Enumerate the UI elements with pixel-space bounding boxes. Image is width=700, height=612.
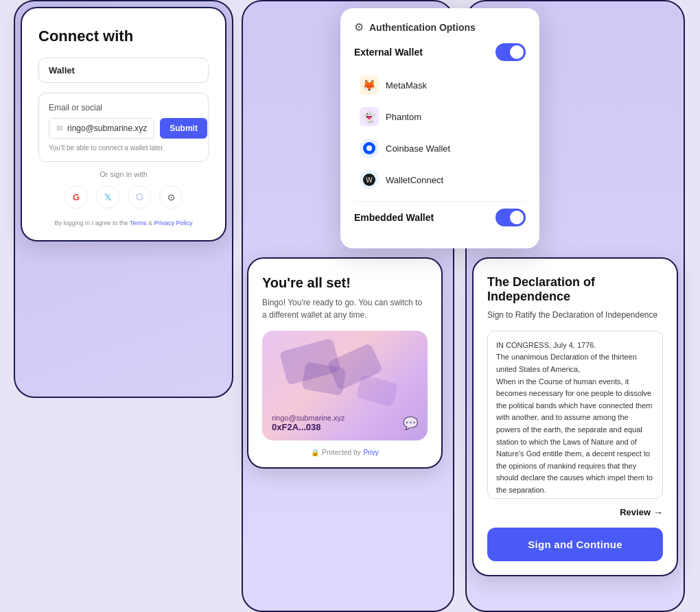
auth-divider xyxy=(354,201,526,202)
metamask-label: MetaMask xyxy=(386,80,427,91)
external-wallet-toggle[interactable] xyxy=(495,43,526,61)
email-input-row: ✉ ringo@submarine.xyz Submit xyxy=(49,118,198,139)
declaration-title: The Declaration of Independence xyxy=(487,275,663,304)
embedded-wallet-label: Embedded Wallet xyxy=(354,212,434,223)
walletconnect-option[interactable]: W WalletConnect xyxy=(354,165,526,194)
email-section: Email or social ✉ ringo@submarine.xyz Su… xyxy=(38,93,209,162)
github-icon[interactable]: ⊙ xyxy=(159,185,183,209)
declaration-card: The Declaration of Independence Sign to … xyxy=(472,257,678,576)
metamask-icon: 🦊 xyxy=(360,75,379,95)
message-icon: 💬 xyxy=(403,416,418,431)
email-label: Email or social xyxy=(49,103,198,113)
declaration-subtitle: Sign to Ratify the Declaration of Indepe… xyxy=(487,309,663,321)
email-icon: ✉ xyxy=(56,123,63,133)
wallet-card-footer: ringo@submarine.xyz 0xF2A...038 💬 xyxy=(272,414,418,432)
phantom-icon: 👻 xyxy=(360,107,379,126)
discord-icon[interactable]: ⬡ xyxy=(128,185,151,209)
protected-by-text: 🔒 Protected by Privy xyxy=(262,449,428,456)
or-divider: Or sign in with xyxy=(38,170,209,178)
privacy-link[interactable]: Privacy Policy xyxy=(154,220,192,226)
auth-options-card: ⚙ Authentication Options External Wallet… xyxy=(340,8,539,248)
auth-header: ⚙ Authentication Options xyxy=(354,21,526,34)
email-value: ringo@submarine.xyz xyxy=(67,123,147,133)
email-input[interactable]: ✉ ringo@submarine.xyz xyxy=(49,118,154,139)
external-wallet-row: External Wallet xyxy=(354,43,526,61)
coinbase-label: Coinbase Wallet xyxy=(386,143,450,154)
external-wallet-label: External Wallet xyxy=(354,47,423,58)
privy-link[interactable]: Privy xyxy=(363,449,378,456)
allset-title: You're all set! xyxy=(262,275,428,291)
coinbase-option[interactable]: Coinbase Wallet xyxy=(354,134,526,163)
social-icons-row: G 𝕏 ⬡ ⊙ xyxy=(38,185,209,209)
svg-text:W: W xyxy=(366,176,373,184)
embedded-wallet-toggle[interactable] xyxy=(495,209,526,226)
gear-icon: ⚙ xyxy=(354,21,364,34)
sign-continue-button[interactable]: Sign and Continue xyxy=(487,528,663,561)
wallet-card-info: ringo@submarine.xyz 0xF2A...038 xyxy=(272,414,345,432)
review-arrow-icon: → xyxy=(653,507,663,518)
connect-later-text: You'll be able to connect a wallet later… xyxy=(49,144,198,152)
allset-card: You're all set! Bingo! You're ready to g… xyxy=(247,257,443,469)
wallet-card-email: ringo@submarine.xyz xyxy=(272,414,345,422)
connect-title: Connect with xyxy=(38,27,209,45)
declaration-text-box[interactable]: IN CONGRESS, July 4, 1776. The unanimous… xyxy=(487,331,663,499)
metamask-option[interactable]: 🦊 MetaMask xyxy=(354,71,526,99)
phantom-label: Phantom xyxy=(386,112,421,122)
svg-point-1 xyxy=(366,145,372,151)
terms-text: By logging in I agree to the Terms & Pri… xyxy=(38,220,209,226)
walletconnect-icon: W xyxy=(360,170,379,189)
walletconnect-label: WalletConnect xyxy=(386,175,443,185)
wallet-section: Wallet xyxy=(38,58,209,83)
wallet-label: Wallet xyxy=(49,65,198,75)
google-icon[interactable]: G xyxy=(65,185,88,209)
coinbase-icon xyxy=(360,139,379,158)
wallet-card-address: 0xF2A...038 xyxy=(272,422,345,432)
wallet-visual-card: ringo@submarine.xyz 0xF2A...038 💬 xyxy=(262,331,428,440)
review-row: Review → xyxy=(487,507,663,518)
review-label: Review xyxy=(620,507,651,517)
embedded-wallet-row: Embedded Wallet xyxy=(354,209,526,226)
declaration-text: IN CONGRESS, July 4, 1776. The unanimous… xyxy=(496,340,654,499)
phantom-option[interactable]: 👻 Phantom xyxy=(354,102,526,131)
allset-description: Bingo! You're ready to go. You can switc… xyxy=(262,296,428,321)
auth-options-title: Authentication Options xyxy=(369,22,476,33)
connect-card: Connect with Wallet Email or social ✉ ri… xyxy=(21,7,226,242)
decoration-shape-4 xyxy=(355,374,398,407)
terms-link[interactable]: Terms xyxy=(130,220,147,226)
submit-button[interactable]: Submit xyxy=(160,118,207,139)
twitter-icon[interactable]: 𝕏 xyxy=(96,185,119,209)
